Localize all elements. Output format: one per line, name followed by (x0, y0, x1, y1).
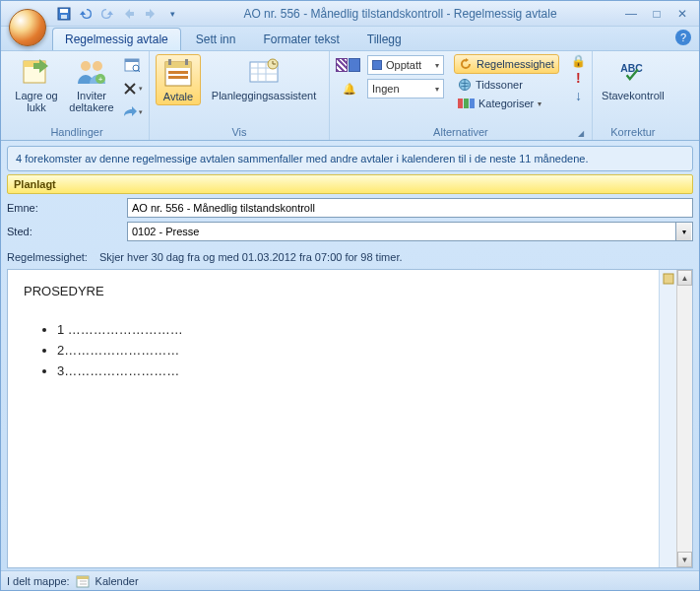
spellcheck-button[interactable]: ABC Stavekontroll (599, 54, 668, 103)
group-view-label: Vis (156, 125, 323, 140)
tab-format-text[interactable]: Formater tekst (250, 28, 351, 50)
appointment-body[interactable]: PROSEDYRE 1 ……………………… 2……………………… 3………………… (8, 270, 659, 567)
recurrence-field-value: Skjer hver 30 dag fra og med 01.03.2012 … (99, 251, 403, 263)
high-importance-icon[interactable]: ! (576, 70, 581, 86)
forward-button[interactable]: ▾ (121, 101, 143, 123)
svg-rect-17 (168, 59, 171, 65)
svg-rect-1 (60, 9, 68, 13)
subject-label: Emne: (7, 202, 123, 214)
calendar-small-button[interactable] (121, 54, 143, 76)
chevron-down-icon[interactable]: ▾ (675, 223, 691, 240)
location-select[interactable]: 0102 - Presse ▾ (127, 222, 693, 241)
svg-rect-34 (77, 576, 89, 579)
save-and-close-label: Lagre og lukk (13, 90, 60, 113)
redo-icon[interactable] (99, 6, 115, 22)
location-label: Sted: (7, 226, 123, 237)
svg-rect-32 (664, 274, 673, 284)
recurrence-label: Regelmessighet (477, 58, 554, 70)
low-importance-icon[interactable]: ↓ (575, 88, 582, 103)
save-icon[interactable] (56, 6, 72, 22)
tab-recurring-appointment[interactable]: Regelmessig avtale (52, 28, 181, 50)
reminder-value: Ingen (372, 83, 400, 95)
prev-item-icon[interactable] (121, 6, 137, 22)
private-icon[interactable]: 🔒 (571, 54, 586, 68)
appointment-view-label: Avtale (163, 91, 193, 102)
list-item: 1 ……………………… (57, 322, 643, 337)
maximize-button[interactable]: □ (646, 6, 668, 22)
calendar-icon (76, 574, 90, 588)
busy-status-bar: Planlagt (7, 174, 693, 194)
group-options-label: Alternativer (336, 125, 586, 140)
save-and-close-button[interactable]: Lagre og lukk (11, 54, 62, 115)
minimize-button[interactable]: — (620, 6, 642, 22)
svg-text:ABC: ABC (620, 63, 643, 74)
svg-rect-10 (125, 59, 139, 62)
show-as-icon (336, 58, 363, 72)
timezones-label: Tidssoner (476, 79, 523, 91)
close-button[interactable]: ✕ (671, 6, 693, 22)
vertical-scrollbar[interactable]: ▲ ▼ (676, 270, 692, 567)
help-icon[interactable]: ? (675, 30, 691, 45)
svg-rect-19 (168, 71, 188, 74)
scheduling-assistant-label: Planleggingsassistent (212, 90, 316, 101)
scroll-up-icon[interactable]: ▲ (677, 270, 692, 286)
group-actions-label: Handlinger (11, 125, 143, 140)
svg-point-5 (81, 61, 91, 71)
recurrence-field-label: Regelmessighet: (7, 251, 88, 263)
attach-pane-icon[interactable] (662, 272, 675, 286)
svg-text:+: + (98, 75, 103, 84)
scroll-down-icon[interactable]: ▼ (677, 552, 692, 567)
conflict-infobar: 4 forekomster av denne regelmessige avta… (7, 146, 693, 171)
undo-icon[interactable] (78, 6, 94, 22)
svg-rect-20 (168, 76, 188, 79)
office-button[interactable] (9, 9, 46, 46)
show-as-value: Opptatt (386, 59, 421, 71)
delete-button[interactable]: ▾ (121, 78, 143, 99)
spellcheck-label: Stavekontroll (602, 90, 665, 101)
tab-insert[interactable]: Sett inn (183, 28, 249, 50)
shared-folder-name: Kalender (95, 575, 139, 587)
qat-customize-icon[interactable]: ▾ (164, 6, 180, 22)
location-value: 0102 - Presse (132, 226, 199, 237)
recurrence-button[interactable]: Regelmessighet (454, 54, 559, 74)
body-heading: PROSEDYRE (24, 284, 643, 298)
reminder-icon: 🔔 (336, 83, 363, 96)
shared-folder-label: I delt mappe: (7, 575, 70, 587)
categorize-label: Kategoriser (478, 98, 534, 109)
list-item: 2……………………… (57, 343, 643, 358)
group-proofing-label: Korrektur (599, 125, 668, 140)
timezones-button[interactable]: Tidssoner (454, 76, 559, 94)
recurrence-icon (459, 57, 473, 71)
svg-rect-18 (185, 59, 188, 65)
svg-line-12 (138, 70, 140, 72)
window-title: AO nr. 556 - Månedlig tilstandskontroll … (180, 7, 620, 21)
reminder-combo[interactable]: Ingen▾ (367, 79, 444, 98)
svg-point-6 (93, 61, 102, 71)
categorize-icon (458, 98, 475, 108)
tab-addins[interactable]: Tillegg (354, 28, 414, 50)
list-item: 3……………………… (57, 363, 643, 378)
invite-attendees-label: Inviter deltakere (68, 90, 115, 113)
globe-icon (458, 78, 472, 92)
show-as-combo[interactable]: Opptatt▾ (367, 55, 444, 75)
scheduling-assistant-button[interactable]: Planleggingsassistent (205, 54, 323, 103)
next-item-icon[interactable] (143, 6, 159, 22)
svg-rect-2 (61, 15, 67, 19)
subject-input[interactable] (127, 198, 693, 218)
categorize-button[interactable]: Kategoriser ▾ (454, 96, 559, 111)
appointment-view-button[interactable]: Avtale (156, 54, 201, 105)
invite-attendees-button[interactable]: + Inviter deltakere (66, 54, 117, 115)
